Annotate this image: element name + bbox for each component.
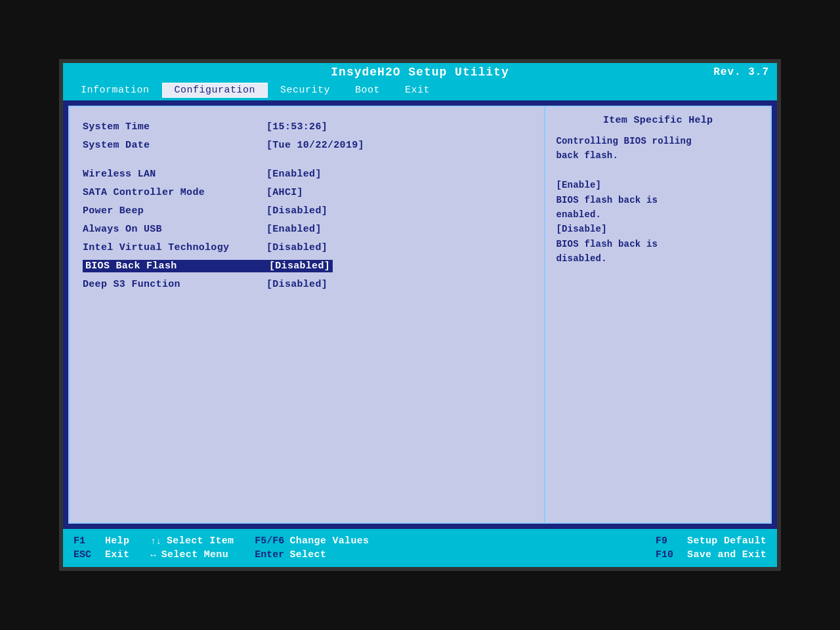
status-section-f9-f10: F9 Setup Default F10 Save and Exit xyxy=(645,529,777,567)
label-wireless-lan: Wireless LAN xyxy=(83,169,266,180)
menu-bar: Information Configuration Security Boot … xyxy=(63,81,777,100)
setting-sata-controller[interactable]: SATA Controller Mode [AHCI] xyxy=(83,183,531,201)
status-section-f1-esc: F1 Help ESC Exit xyxy=(63,529,140,567)
value-system-time: [15:53:26] xyxy=(266,121,327,133)
desc-select: Select xyxy=(289,549,326,560)
desc-exit: Exit xyxy=(105,549,129,560)
value-system-date: [Tue 10/22/2019] xyxy=(266,140,364,151)
key-f5f6: F5/F6 xyxy=(255,536,284,547)
label-system-date: System Date xyxy=(83,140,266,151)
menu-exit[interactable]: Exit xyxy=(392,83,442,98)
label-sata-controller: SATA Controller Mode xyxy=(83,187,266,198)
bios-title: InsydeH2O Setup Utility xyxy=(304,66,537,79)
label-bios-back-flash: BIOS Back Flash xyxy=(83,260,266,272)
help-line-7: BIOS flash back is xyxy=(556,239,658,249)
setting-deep-s3[interactable]: Deep S3 Function [Disabled] xyxy=(83,275,531,293)
status-row-leftright: ↔ Select Menu xyxy=(150,549,234,560)
value-bios-back-flash: [Disabled] xyxy=(266,260,333,272)
status-row-f1: F1 Help xyxy=(74,536,129,547)
key-enter: Enter xyxy=(255,549,284,560)
help-title: Item Specific Help xyxy=(556,115,760,126)
value-wireless-lan: [Enabled] xyxy=(266,169,322,180)
status-section-arrows: ↑↓ Select Item ↔ Select Menu xyxy=(140,529,244,567)
desc-select-item: Select Item xyxy=(167,536,234,547)
spacer-row-1 xyxy=(83,154,531,165)
label-deep-s3: Deep S3 Function xyxy=(83,279,266,290)
status-row-f5f6: F5/F6 Change Values xyxy=(255,536,369,547)
label-power-beep: Power Beep xyxy=(83,205,266,217)
status-section-f5f6-enter: F5/F6 Change Values Enter Select xyxy=(244,529,379,567)
status-row-f9: F9 Setup Default xyxy=(656,536,766,547)
icon-leftright: ↔ xyxy=(150,550,156,560)
label-system-time: System Time xyxy=(83,121,266,133)
value-sata-controller: [AHCI] xyxy=(266,187,303,198)
bios-revision: Rev. 3.7 xyxy=(536,66,769,78)
desc-change-values: Change Values xyxy=(289,536,369,547)
status-row-enter: Enter Select xyxy=(255,549,369,560)
value-deep-s3: [Disabled] xyxy=(266,279,327,290)
settings-table: System Time [15:53:26] System Date [Tue … xyxy=(83,117,531,293)
help-line-5: enabled. xyxy=(556,209,601,220)
desc-help: Help xyxy=(105,536,129,547)
setting-system-date[interactable]: System Date [Tue 10/22/2019] xyxy=(83,136,531,154)
key-f9: F9 xyxy=(656,536,682,547)
value-power-beep: [Disabled] xyxy=(266,205,327,217)
label-intel-vt: Intel Virtual Technology xyxy=(83,242,266,253)
title-bar: InsydeH2O Setup Utility Rev. 3.7 xyxy=(63,63,777,81)
value-intel-vt: [Disabled] xyxy=(266,242,327,253)
help-panel: Item Specific Help Controlling BIOS roll… xyxy=(545,106,772,524)
setting-system-time[interactable]: System Time [15:53:26] xyxy=(83,117,531,136)
desc-select-menu: Select Menu xyxy=(161,549,228,560)
desc-save-exit: Save and Exit xyxy=(687,549,766,560)
status-bar: F1 Help ESC Exit ↑↓ Select Item ↔ Select… xyxy=(63,529,777,567)
menu-boot[interactable]: Boot xyxy=(343,83,392,98)
value-always-on-usb: [Enabled] xyxy=(266,224,322,235)
bios-screen: InsydeH2O Setup Utility Rev. 3.7 Informa… xyxy=(59,59,781,571)
help-line-3: [Enable] xyxy=(556,180,601,190)
key-esc: ESC xyxy=(74,549,100,560)
help-line-4: BIOS flash back is xyxy=(556,195,658,205)
key-f1: F1 xyxy=(74,536,100,547)
label-always-on-usb: Always On USB xyxy=(83,224,266,235)
icon-updown: ↑↓ xyxy=(150,536,161,547)
setting-wireless-lan[interactable]: Wireless LAN [Enabled] xyxy=(83,165,531,183)
help-line-6: [Disable] xyxy=(556,224,606,234)
help-line-0: Controlling BIOS rolling xyxy=(556,136,691,146)
main-content: System Time [15:53:26] System Date [Tue … xyxy=(63,100,777,529)
help-line-8: disabled. xyxy=(556,253,606,264)
setting-power-beep[interactable]: Power Beep [Disabled] xyxy=(83,201,531,220)
key-f10: F10 xyxy=(656,549,682,560)
settings-panel: System Time [15:53:26] System Date [Tue … xyxy=(68,106,545,524)
desc-setup-default: Setup Default xyxy=(687,536,766,547)
help-line-1: back flash. xyxy=(556,150,618,161)
status-row-esc: ESC Exit xyxy=(74,549,129,560)
status-row-f10: F10 Save and Exit xyxy=(656,549,766,560)
setting-always-on-usb[interactable]: Always On USB [Enabled] xyxy=(83,220,531,238)
menu-configuration[interactable]: Configuration xyxy=(162,83,268,98)
status-row-updown: ↑↓ Select Item xyxy=(150,536,234,547)
menu-security[interactable]: Security xyxy=(268,83,343,98)
setting-intel-vt[interactable]: Intel Virtual Technology [Disabled] xyxy=(83,238,531,257)
setting-bios-back-flash[interactable]: BIOS Back Flash [Disabled] xyxy=(83,257,531,275)
help-text: Controlling BIOS rolling back flash. [En… xyxy=(556,134,760,266)
menu-information[interactable]: Information xyxy=(68,83,162,98)
